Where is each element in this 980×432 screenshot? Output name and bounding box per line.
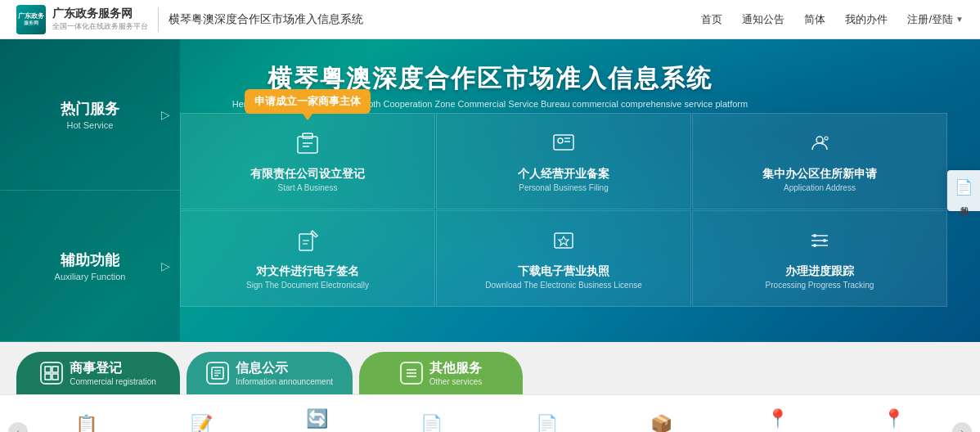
nav-item-7[interactable]: 📍 集群注册信息报备	[861, 405, 928, 432]
service-en-5: Processing Progress Tracking	[766, 281, 874, 290]
my-office-label: 我的办件	[958, 200, 969, 203]
nav-icon-4: 📄	[536, 414, 558, 432]
nav-login[interactable]: 注册/登陆 ▼	[907, 12, 964, 27]
nav-icon-2: 🔄	[306, 408, 328, 430]
svg-rect-1	[303, 133, 312, 138]
nav-items: 📋 名称自主申报 📝 设立登记 🔄 变更登记（备案） 📄 注销登记 📄 歇业备案…	[28, 405, 952, 432]
service-cn-3: 对文件进行电子签名	[256, 264, 359, 279]
svg-point-8	[816, 137, 823, 143]
bottom-nav: ‹ 📋 名称自主申报 📝 设立登记 🔄 变更登记（备案） 📄 注销登记 📄 歇业…	[0, 394, 980, 432]
svg-rect-10	[299, 234, 312, 250]
nav-icon-1: 📝	[191, 414, 213, 432]
logo-text: 广东政务服务网 全国一体化在线政务服务平台	[52, 7, 148, 32]
service-en-1: Personal Business Filing	[519, 183, 609, 192]
nav-item-6[interactable]: 📍 集中办公区住所申请	[744, 405, 811, 432]
auxiliary-cn: 辅助功能	[61, 250, 119, 270]
hero-section: 横琴粤澳深度合作区市场准入信息系统 Hengqin Guangdong-Maca…	[0, 39, 980, 342]
tab-icon-commercial	[40, 362, 63, 385]
service-icon-1	[551, 130, 577, 162]
service-en-0: Start A Business	[278, 183, 338, 192]
service-icon-5	[807, 227, 833, 259]
login-arrow-icon: ▼	[955, 15, 964, 24]
svg-point-19	[823, 239, 826, 242]
nav-item-1[interactable]: 📝 设立登记	[169, 411, 235, 432]
tooltip-bubble: 申请成立一家商事主体	[245, 89, 371, 114]
service-icon-4	[551, 227, 577, 259]
svg-point-20	[813, 244, 816, 247]
service-cn-2: 集中办公区住所新申请	[762, 167, 877, 182]
tab-commercial[interactable]: 商事登记 Commercial registration	[16, 352, 180, 394]
nav-next-arrow[interactable]: ›	[952, 422, 972, 432]
auxiliary-en: Auxiliary Function	[55, 272, 126, 281]
service-icon-0	[294, 130, 321, 162]
nav-home[interactable]: 首页	[701, 12, 722, 27]
service-en-3: Sign The Document Electronically	[246, 281, 369, 290]
nav-item-0[interactable]: 📋 名称自主申报	[52, 411, 119, 432]
nav-announcement[interactable]: 通知公告	[742, 12, 784, 27]
logo-icon: 广东政务 服务网	[16, 5, 46, 34]
tab-label-info: 信息公示 Information announcement	[236, 360, 333, 386]
nav-icon-5: 📦	[650, 414, 672, 432]
service-cn-4: 下载电子营业执照	[518, 264, 609, 279]
hot-service-arrow-icon: ▷	[161, 108, 170, 121]
service-cn-0: 有限责任公司设立登记	[250, 167, 365, 182]
svg-rect-4	[554, 135, 573, 150]
nav-icon-0: 📋	[75, 414, 97, 432]
nav-icon-3: 📄	[420, 414, 443, 432]
auxiliary-arrow-icon: ▷	[161, 259, 170, 272]
service-icon-3	[294, 227, 321, 259]
logo-main: 广东政务服务网	[52, 7, 148, 21]
svg-rect-21	[45, 367, 51, 372]
svg-point-18	[813, 234, 816, 237]
hot-service-en: Hot Service	[67, 120, 114, 130]
nav-item-2[interactable]: 🔄 变更登记（备案）	[284, 405, 349, 432]
tabs-section: 商事登记 Commercial registration 信息公示 Inform…	[0, 342, 980, 394]
service-card-3[interactable]: 对文件进行电子签名 Sign The Document Electronical…	[180, 210, 435, 307]
header: 广东政务 服务网 广东政务服务网 全国一体化在线政务服务平台 横琴粤澳深度合作区…	[0, 0, 980, 39]
services-grid: 申请成立一家商事主体 有限责任公司设立登记 Start A Business	[180, 113, 947, 307]
svg-point-5	[558, 138, 563, 143]
service-card-0[interactable]: 申请成立一家商事主体 有限责任公司设立登记 Start A Business	[180, 113, 435, 209]
svg-rect-0	[298, 137, 317, 153]
svg-rect-24	[52, 374, 58, 380]
svg-marker-14	[559, 236, 569, 245]
nav-my-office[interactable]: 我的办件	[845, 12, 888, 27]
nav-prev-arrow[interactable]: ‹	[8, 422, 28, 432]
tab-other[interactable]: 其他服务 Other services	[359, 352, 523, 394]
service-card-4[interactable]: 下载电子营业执照 Download The Electronic Busines…	[436, 210, 691, 307]
tab-label-other: 其他服务 Other services	[429, 360, 482, 386]
tab-icon-other	[400, 362, 423, 385]
logo-sub: 全国一体化在线政务服务平台	[52, 21, 148, 32]
logo-area: 广东政务 服务网 广东政务服务网 全国一体化在线政务服务平台	[16, 5, 148, 34]
nav-icon-7: 📍	[883, 408, 905, 430]
svg-rect-22	[52, 367, 58, 372]
service-cn-1: 个人经营开业备案	[518, 167, 609, 182]
hot-service-cn: 热门服务	[61, 99, 119, 119]
nav-icon-6: 📍	[766, 408, 789, 430]
nav-item-4[interactable]: 📄 歇业备案	[514, 411, 579, 432]
nav-item-5[interactable]: 📦 企业迁移	[629, 411, 695, 432]
svg-point-9	[825, 137, 828, 140]
tab-info[interactable]: 信息公示 Information announcement	[187, 352, 353, 394]
service-card-5[interactable]: 办理进度跟踪 Processing Progress Tracking	[692, 210, 947, 307]
auxiliary-panel[interactable]: 辅助功能 Auxiliary Function ▷	[0, 191, 180, 342]
service-cn-5: 办理进度跟踪	[785, 264, 854, 279]
service-en-4: Download The Electronic Business License	[485, 281, 642, 290]
service-en-2: Application Address	[784, 183, 856, 192]
header-nav: 首页 通知公告 简体 我的办件 注册/登陆 ▼	[701, 12, 964, 27]
nav-item-3[interactable]: 📄 注销登记	[399, 411, 465, 432]
left-panel: 热门服务 Hot Service ▷ 辅助功能 Auxiliary Functi…	[0, 39, 180, 342]
service-card-1[interactable]: 个人经营开业备案 Personal Business Filing	[436, 113, 691, 209]
doc-icon: 📄	[955, 178, 973, 196]
nav-simplified[interactable]: 简体	[804, 12, 825, 27]
system-title: 横琴粤澳深度合作区市场准入信息系统	[169, 12, 363, 27]
tab-icon-info	[206, 362, 229, 385]
service-card-2[interactable]: 集中办公区住所新申请 Application Address	[692, 113, 947, 209]
svg-rect-23	[45, 374, 51, 380]
service-icon-2	[807, 130, 833, 162]
hot-service-panel[interactable]: 热门服务 Hot Service ▷	[0, 39, 180, 191]
my-office-floating[interactable]: 📄 我的办件	[947, 170, 980, 211]
header-divider	[158, 7, 159, 32]
tab-label-commercial: 商事登记 Commercial registration	[70, 360, 156, 386]
